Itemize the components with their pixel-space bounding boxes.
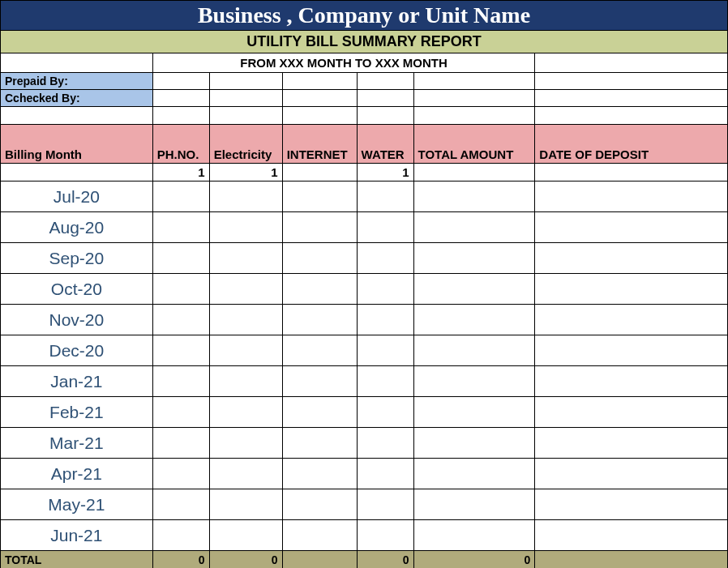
phno-cell[interactable] bbox=[152, 243, 209, 274]
internet-cell[interactable] bbox=[282, 243, 357, 274]
internet-cell[interactable] bbox=[282, 397, 357, 428]
initial-internet[interactable] bbox=[282, 164, 357, 182]
initial-total[interactable] bbox=[413, 164, 535, 182]
total-internet bbox=[282, 551, 357, 569]
electricity-cell[interactable] bbox=[209, 212, 282, 243]
phno-cell[interactable] bbox=[152, 212, 209, 243]
col-date-of-deposit: DATE OF DEPOSIT bbox=[535, 125, 728, 164]
water-cell[interactable] bbox=[357, 335, 413, 366]
phno-cell[interactable] bbox=[152, 520, 209, 551]
internet-cell[interactable] bbox=[282, 182, 357, 212]
water-cell[interactable] bbox=[357, 459, 413, 489]
internet-cell[interactable] bbox=[282, 489, 357, 520]
phno-cell[interactable] bbox=[152, 428, 209, 459]
internet-cell[interactable] bbox=[282, 274, 357, 305]
internet-cell[interactable] bbox=[282, 335, 357, 366]
total-amount-cell[interactable] bbox=[413, 489, 535, 520]
checked-by-value[interactable] bbox=[152, 90, 209, 107]
total-amount-cell[interactable] bbox=[413, 428, 535, 459]
prepaid-by-value[interactable] bbox=[152, 73, 209, 90]
total-amount-cell[interactable] bbox=[413, 335, 535, 366]
date-deposit-cell[interactable] bbox=[535, 489, 728, 520]
total-amount-cell[interactable] bbox=[413, 459, 535, 489]
water-cell[interactable] bbox=[357, 305, 413, 335]
water-cell[interactable] bbox=[357, 520, 413, 551]
phno-cell[interactable] bbox=[152, 182, 209, 212]
internet-cell[interactable] bbox=[282, 212, 357, 243]
water-cell[interactable] bbox=[357, 397, 413, 428]
total-deposit bbox=[535, 551, 728, 569]
date-deposit-cell[interactable] bbox=[535, 305, 728, 335]
electricity-cell[interactable] bbox=[209, 428, 282, 459]
internet-cell[interactable] bbox=[282, 520, 357, 551]
date-deposit-cell[interactable] bbox=[535, 459, 728, 489]
phno-cell[interactable] bbox=[152, 366, 209, 397]
total-amount-cell[interactable] bbox=[413, 366, 535, 397]
total-row: TOTAL 0 0 0 0 bbox=[1, 551, 728, 569]
phno-cell[interactable] bbox=[152, 397, 209, 428]
col-internet: INTERNET bbox=[282, 125, 357, 164]
water-cell[interactable] bbox=[357, 182, 413, 212]
total-amount-cell[interactable] bbox=[413, 305, 535, 335]
initial-electricity[interactable]: 1 bbox=[209, 164, 282, 182]
water-cell[interactable] bbox=[357, 243, 413, 274]
internet-cell[interactable] bbox=[282, 366, 357, 397]
water-cell[interactable] bbox=[357, 212, 413, 243]
electricity-cell[interactable] bbox=[209, 274, 282, 305]
electricity-cell[interactable] bbox=[209, 459, 282, 489]
total-amount-cell[interactable] bbox=[413, 212, 535, 243]
billing-month-cell: Oct-20 bbox=[1, 274, 153, 305]
table-row: Feb-21 bbox=[1, 397, 728, 428]
water-cell[interactable] bbox=[357, 366, 413, 397]
billing-month-cell: Dec-20 bbox=[1, 335, 153, 366]
total-amount-cell[interactable] bbox=[413, 520, 535, 551]
electricity-cell[interactable] bbox=[209, 489, 282, 520]
date-deposit-cell[interactable] bbox=[535, 428, 728, 459]
initial-deposit[interactable] bbox=[535, 164, 728, 182]
internet-cell[interactable] bbox=[282, 459, 357, 489]
internet-cell[interactable] bbox=[282, 305, 357, 335]
phno-cell[interactable] bbox=[152, 274, 209, 305]
table-row: Jun-21 bbox=[1, 520, 728, 551]
phno-cell[interactable] bbox=[152, 305, 209, 335]
col-phno: PH.NO. bbox=[152, 125, 209, 164]
water-cell[interactable] bbox=[357, 489, 413, 520]
electricity-cell[interactable] bbox=[209, 397, 282, 428]
col-billing-month: Billing Month bbox=[1, 125, 153, 164]
total-amount-cell[interactable] bbox=[413, 274, 535, 305]
date-deposit-cell[interactable] bbox=[535, 243, 728, 274]
electricity-cell[interactable] bbox=[209, 520, 282, 551]
date-deposit-cell[interactable] bbox=[535, 366, 728, 397]
phno-cell[interactable] bbox=[152, 335, 209, 366]
billing-month-cell: Jan-21 bbox=[1, 366, 153, 397]
total-amount-cell[interactable] bbox=[413, 243, 535, 274]
electricity-cell[interactable] bbox=[209, 243, 282, 274]
date-range: FROM XXX MONTH TO XXX MONTH bbox=[152, 53, 535, 73]
date-deposit-cell[interactable] bbox=[535, 397, 728, 428]
initial-water[interactable]: 1 bbox=[357, 164, 413, 182]
date-deposit-cell[interactable] bbox=[535, 335, 728, 366]
phno-cell[interactable] bbox=[152, 459, 209, 489]
date-deposit-cell[interactable] bbox=[535, 212, 728, 243]
total-amount-cell[interactable] bbox=[413, 182, 535, 212]
electricity-cell[interactable] bbox=[209, 335, 282, 366]
phno-cell[interactable] bbox=[152, 489, 209, 520]
internet-cell[interactable] bbox=[282, 428, 357, 459]
total-electricity: 0 bbox=[209, 551, 282, 569]
billing-month-cell: Jun-21 bbox=[1, 520, 153, 551]
blank-row bbox=[1, 107, 728, 125]
water-cell[interactable] bbox=[357, 274, 413, 305]
water-cell[interactable] bbox=[357, 428, 413, 459]
electricity-cell[interactable] bbox=[209, 305, 282, 335]
checked-by-row: Cchecked By: bbox=[1, 90, 728, 107]
total-amount-cell[interactable] bbox=[413, 397, 535, 428]
electricity-cell[interactable] bbox=[209, 366, 282, 397]
billing-month-cell: Apr-21 bbox=[1, 459, 153, 489]
date-deposit-cell[interactable] bbox=[535, 520, 728, 551]
report-subtitle: UTILITY BILL SUMMARY REPORT bbox=[1, 31, 728, 53]
date-deposit-cell[interactable] bbox=[535, 274, 728, 305]
initial-phno[interactable]: 1 bbox=[152, 164, 209, 182]
electricity-cell[interactable] bbox=[209, 182, 282, 212]
total-water: 0 bbox=[357, 551, 413, 569]
date-deposit-cell[interactable] bbox=[535, 182, 728, 212]
